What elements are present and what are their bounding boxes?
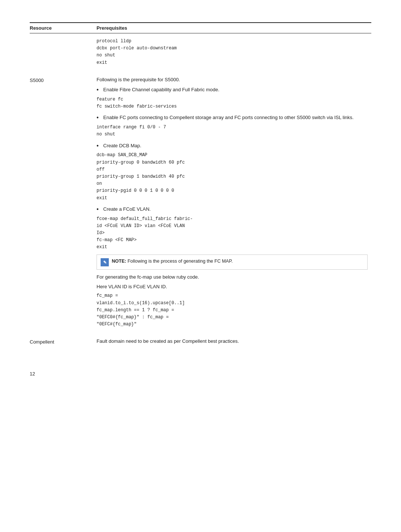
fc-code-2: interface range fi 0/0 - 7 no shut	[97, 124, 368, 138]
bullet-text-4: Create a FCoE VLAN.	[103, 206, 151, 213]
resource-header: Resource	[30, 23, 97, 33]
bullet-item-3: • Create DCB Map.	[97, 142, 368, 150]
page-number: 12	[30, 371, 371, 377]
note-icon: ✎	[101, 258, 109, 266]
table-row: S5000 Following is the prerequisite for …	[30, 72, 371, 334]
s5000-resource-cell: S5000	[30, 72, 97, 334]
bullet-dot: •	[97, 114, 102, 122]
additional-text-1: For generating the fc-map use below ruby…	[97, 273, 368, 281]
compellent-prerequisites-cell: Fault domain need to be created as per C…	[97, 334, 371, 349]
bullet-dot: •	[97, 206, 102, 213]
note-text: NOTE: Following is the process of genera…	[112, 258, 233, 265]
s5000-intro: Following is the prerequisite for S5000.	[97, 76, 368, 83]
bullet-item-1: • Enable Fibre Channel capability and Fu…	[97, 86, 368, 94]
dcb-code: dcb-map SAN_DCB_MAP priority-group 0 ban…	[97, 152, 368, 201]
compellent-resource-cell: Compellent	[30, 334, 97, 349]
fcmap-code: fc_map = vlanid.to_i.to_s(16).upcase[0..…	[97, 292, 368, 328]
table-row: Compellent Fault domain need to be creat…	[30, 334, 371, 349]
page-container: Resource Prerequisites protocol lldp dcb…	[30, 22, 371, 377]
bullet-item-2: • Enable FC ports connecting to Compelle…	[97, 114, 368, 122]
compellent-text: Fault domain need to be created as per C…	[97, 338, 368, 345]
fcoe-code: fcoe-map default_full_fabric fabric- id …	[97, 216, 368, 251]
bullet-text-1: Enable Fibre Channel capability and Full…	[103, 86, 219, 93]
bullet-dot: •	[97, 86, 102, 94]
note-label: NOTE:	[112, 259, 126, 264]
resource-cell	[30, 33, 97, 72]
fc-code-1: feature fc fc switch-mode fabric-service…	[97, 96, 368, 110]
table-row: protocol lldp dcbx port-role auto-downst…	[30, 33, 371, 72]
prerequisites-header: Prerequisites	[97, 23, 371, 33]
note-body: Following is the process of generating t…	[127, 259, 232, 264]
bullet-text-2: Enable FC ports connecting to Compellent…	[103, 114, 353, 121]
bullet-dot: •	[97, 142, 102, 150]
main-table: Resource Prerequisites protocol lldp dcb…	[30, 22, 371, 349]
note-box: ✎ NOTE: Following is the process of gene…	[97, 254, 368, 270]
bullet-item-4: • Create a FCoE VLAN.	[97, 206, 368, 213]
prerequisites-cell: protocol lldp dcbx port-role auto-downst…	[97, 33, 371, 72]
s5000-prerequisites-cell: Following is the prerequisite for S5000.…	[97, 72, 371, 334]
additional-text-2: Here VLAN ID is FCoE VLAN ID.	[97, 283, 368, 290]
bullet-text-3: Create DCB Map.	[103, 142, 141, 150]
lldp-code: protocol lldp dcbx port-role auto-downst…	[97, 38, 368, 66]
